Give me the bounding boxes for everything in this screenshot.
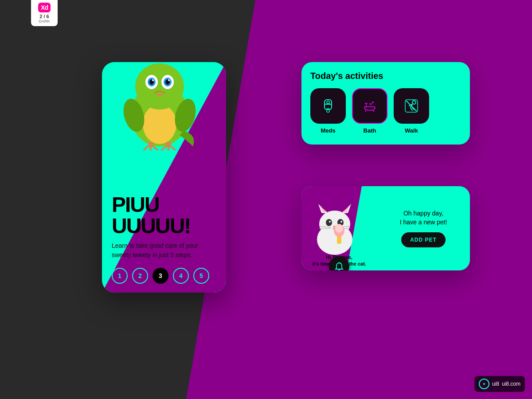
svg-point-42 — [326, 219, 332, 226]
bird-card: PIUU UUUUU! Learn to take good care of y… — [102, 62, 226, 293]
svg-point-24 — [327, 101, 329, 104]
bath-label: Bath — [364, 127, 376, 134]
svg-point-10 — [168, 79, 170, 81]
watermark-site: ui8.com — [502, 381, 520, 387]
cat-image — [306, 200, 364, 257]
activities-title: Today's activities — [310, 71, 461, 81]
svg-point-44 — [329, 221, 331, 223]
svg-rect-20 — [166, 142, 171, 147]
watermark: ui8 ui8.com — [474, 376, 525, 392]
card-subtitle: Learn to take good care of your sweety t… — [112, 241, 216, 260]
activity-bath[interactable]: Bath — [352, 88, 387, 134]
xd-pages: 2 / 6 — [35, 14, 53, 19]
page-1[interactable]: 1 — [112, 268, 128, 284]
watermark-circle — [479, 379, 489, 389]
svg-point-54 — [339, 262, 340, 264]
page-2[interactable]: 2 — [132, 268, 148, 284]
activities-icons: Meds Bath — [310, 88, 461, 134]
activity-meds[interactable]: Meds — [310, 88, 346, 134]
dot-center — [483, 383, 485, 385]
bath-icon-bg — [352, 88, 387, 124]
add-pet-button[interactable]: ADD PET — [401, 232, 446, 247]
walk-icon-bg — [394, 88, 429, 124]
new-pet-section: Oh happy day, I have a new pet! ADD PET — [377, 186, 470, 270]
walk-label: Walk — [405, 127, 418, 134]
svg-point-45 — [340, 221, 342, 223]
svg-line-28 — [365, 110, 366, 112]
activities-card: Today's activities Meds — [301, 62, 470, 145]
xd-logo: Xd — [38, 3, 51, 12]
svg-point-2 — [135, 63, 184, 110]
new-pet-text: Oh happy day, I have a new pet! — [400, 209, 447, 227]
page-5[interactable]: 5 — [193, 268, 209, 284]
notification-card: Hi Thomas, it's time to feed the cat. Oh… — [301, 186, 470, 270]
meds-label: Meds — [321, 127, 335, 134]
watermark-text: ui8 — [492, 381, 499, 387]
activity-walk[interactable]: Walk — [394, 88, 429, 134]
svg-point-31 — [372, 102, 374, 103]
svg-point-53 — [335, 224, 343, 233]
bird-image — [115, 62, 213, 155]
meds-icon-bg — [310, 88, 346, 124]
card-content: PIUU UUUUU! Learn to take good care of y… — [102, 185, 226, 293]
pagination: 1 2 3 4 5 — [112, 268, 216, 284]
page-3-active[interactable]: 3 — [153, 268, 168, 284]
xd-badge: Xd 2 / 6 DARK — [31, 0, 58, 26]
xd-mode: DARK — [35, 19, 53, 23]
svg-rect-19 — [148, 142, 153, 147]
card-title: PIUU UUUUU! — [112, 194, 216, 237]
page-4[interactable]: 4 — [173, 268, 189, 284]
svg-point-1 — [143, 104, 176, 144]
svg-point-32 — [412, 101, 416, 104]
svg-line-29 — [373, 110, 374, 112]
svg-point-6 — [152, 79, 154, 81]
cat-section: Hi Thomas, it's time to feed the cat. — [301, 186, 377, 270]
svg-point-30 — [370, 103, 372, 105]
